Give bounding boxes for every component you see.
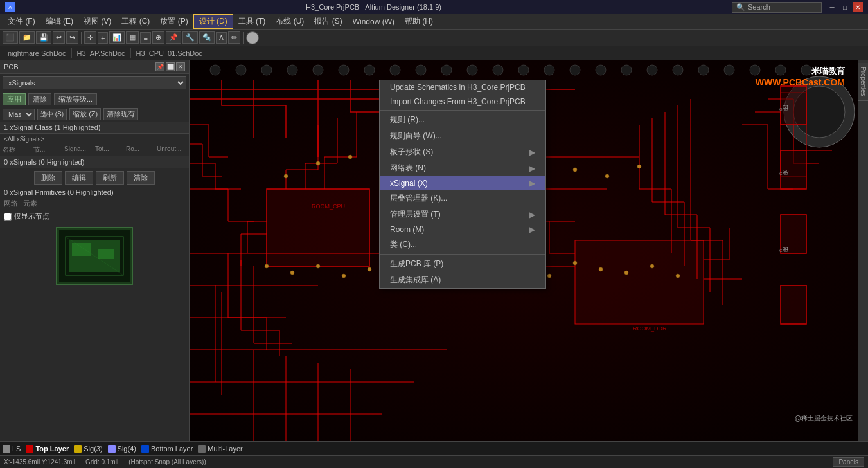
ctx-room[interactable]: Room (M) ▶ bbox=[380, 222, 545, 237]
toolbar-btn-3[interactable]: 💾 bbox=[36, 32, 51, 44]
layer-sig3-dot bbox=[74, 445, 82, 453]
ctx-gen-integrated[interactable]: 生成集成库 (A) bbox=[380, 272, 545, 288]
toolbar-btn-7[interactable]: 🔧 bbox=[182, 32, 198, 44]
toolbar-btn-undo[interactable]: ↩ bbox=[53, 32, 65, 44]
toolbar-btn-5[interactable]: ≡ bbox=[140, 32, 150, 44]
prim-col-net: 网络 bbox=[4, 199, 18, 208]
zoom-btn[interactable]: 缩放 (Z) bbox=[69, 108, 101, 120]
tab-h3cpu01[interactable]: H3_CPU_01.SchDoc bbox=[131, 48, 208, 59]
svg-point-78 bbox=[547, 274, 551, 278]
svg-rect-4 bbox=[98, 249, 114, 259]
watermark-line1: 米喵教育 bbox=[756, 66, 845, 77]
ctx-mgmt-arrow: ▶ bbox=[529, 210, 535, 219]
svg-text:GND: GND bbox=[779, 107, 788, 111]
mask-select[interactable]: Mask bbox=[3, 109, 35, 120]
xsignals-dropdown[interactable]: xSignals bbox=[3, 76, 186, 89]
apply-button[interactable]: 应用 bbox=[3, 93, 26, 105]
col-unrouted: Unrout... bbox=[157, 145, 186, 154]
svg-point-55 bbox=[284, 174, 288, 178]
panel-float-btn[interactable]: ⬜ bbox=[166, 62, 175, 71]
clear-current-btn[interactable]: 清除现有 bbox=[103, 108, 138, 120]
ctx-netlist[interactable]: 网络表 (N) ▶ bbox=[380, 160, 545, 176]
tab-nightmare[interactable]: nightmare.SchDoc bbox=[3, 48, 72, 59]
edit-button[interactable]: 编辑 bbox=[65, 171, 93, 184]
menu-design[interactable]: 设计 (D) bbox=[193, 14, 233, 29]
toolbar-btn-cross[interactable]: ✛ bbox=[84, 32, 96, 44]
toolbar-btn-8[interactable]: 🔩 bbox=[199, 32, 215, 44]
layer-sig4[interactable]: Sig(4) bbox=[108, 445, 136, 453]
ctx-board-shape[interactable]: 板子形状 (S) ▶ bbox=[380, 144, 545, 160]
svg-text:ROOM_CPU: ROOM_CPU bbox=[312, 203, 345, 210]
pcb-thumbnail bbox=[56, 227, 133, 285]
layer-ls[interactable]: LS bbox=[3, 445, 21, 453]
menu-place[interactable]: 放置 (P) bbox=[155, 15, 193, 28]
panels-label[interactable]: Panels bbox=[833, 457, 864, 467]
menu-route[interactable]: 布线 (U) bbox=[270, 15, 309, 28]
right-panel: Properties bbox=[858, 60, 868, 441]
toolbar-btn-circle[interactable] bbox=[246, 32, 259, 44]
svg-point-9 bbox=[261, 65, 272, 75]
toolbar-btn-redo[interactable]: ↪ bbox=[66, 32, 78, 44]
clear-button[interactable]: 清除 bbox=[28, 93, 51, 105]
svg-point-79 bbox=[573, 261, 577, 265]
select-btn[interactable]: 选中 (S) bbox=[37, 109, 67, 120]
panel-title: PCB bbox=[4, 63, 19, 71]
minimize-button[interactable]: ─ bbox=[827, 2, 837, 12]
toolbar-btn-add[interactable]: + bbox=[98, 32, 108, 44]
ctx-gen-pcb-lib[interactable]: 生成PCB 库 (P) bbox=[380, 256, 545, 272]
layer-sig4-label: Sig(4) bbox=[118, 445, 136, 453]
ctx-layer-stack[interactable]: 层叠管理器 (K)... bbox=[380, 190, 545, 206]
svg-point-81 bbox=[624, 271, 628, 274]
menu-help[interactable]: 帮助 (H) bbox=[400, 15, 438, 28]
ctx-import-changes[interactable]: Import Changes From H3_Core.PrjPCB bbox=[380, 94, 545, 109]
delete-button[interactable]: 删除 bbox=[34, 171, 62, 184]
menu-bar: 文件 (F) 编辑 (E) 视图 (V) 工程 (C) 放置 (P) 设计 (D… bbox=[0, 14, 868, 30]
pcb-canvas[interactable]: ROOM_CPU ROOM_DDR G1 GND G0 GND G1 GND U… bbox=[190, 60, 858, 441]
ctx-rules[interactable]: 规则 (R)... bbox=[380, 112, 545, 128]
ctx-classes[interactable]: 类 (C)... bbox=[380, 237, 545, 253]
menu-view[interactable]: 视图 (V) bbox=[78, 15, 116, 28]
menu-window[interactable]: Window (W) bbox=[348, 16, 400, 28]
menu-tools[interactable]: 工具 (T) bbox=[233, 15, 271, 28]
tab-h3ap[interactable]: H3_AP.SchDoc bbox=[72, 48, 131, 59]
menu-file[interactable]: 文件 (F) bbox=[3, 15, 40, 28]
search-box[interactable]: 🔍 Search bbox=[732, 2, 822, 13]
main-area: PCB 📌 ⬜ ✕ xSignals 应用 清除 缩放等级... Mask 选中… bbox=[0, 60, 868, 441]
toolbar-btn-chart[interactable]: 📊 bbox=[109, 32, 125, 44]
shrink-button[interactable]: 缩放等级... bbox=[54, 93, 97, 105]
refresh-button[interactable]: 刷新 bbox=[96, 171, 124, 184]
col-signal: Signa... bbox=[64, 145, 94, 154]
layer-top[interactable]: Top Layer bbox=[26, 445, 69, 453]
toolbar-btn-bar[interactable]: ▦ bbox=[126, 32, 139, 44]
panel-close-btn[interactable]: ✕ bbox=[176, 62, 185, 71]
clear-all-button[interactable]: 清除 bbox=[127, 171, 155, 184]
layer-multi[interactable]: Multi-Layer bbox=[198, 445, 242, 453]
class-section-title: 1 xSignal Class (1 Highlighted) bbox=[0, 122, 189, 134]
layer-bottom[interactable]: Bottom Layer bbox=[141, 445, 193, 453]
toolbar-btn-1[interactable]: ⬛ bbox=[3, 32, 18, 44]
toolbar-btn-A[interactable]: A bbox=[216, 32, 227, 44]
toolbar-btn-6[interactable]: ⊕ bbox=[152, 32, 164, 44]
ctx-update-schematics[interactable]: Update Schematics in H3_Core.PrjPCB bbox=[380, 80, 545, 94]
menu-reports[interactable]: 报告 (S) bbox=[309, 15, 347, 28]
title-bar: A H3_Core.PrjPCB - Altium Designer (18.1… bbox=[0, 0, 868, 14]
toolbar-btn-2[interactable]: 📁 bbox=[19, 32, 35, 44]
ctx-mgmt-settings[interactable]: 管理层设置 (T) ▶ bbox=[380, 206, 545, 222]
show-nodes-checkbox[interactable] bbox=[4, 213, 12, 221]
menu-project[interactable]: 工程 (C) bbox=[116, 15, 155, 28]
menu-edit[interactable]: 编辑 (E) bbox=[40, 15, 78, 28]
toolbar-btn-pencil[interactable]: ✏ bbox=[228, 32, 240, 44]
toolbar-btn-pin[interactable]: 📌 bbox=[166, 32, 181, 44]
svg-point-68 bbox=[290, 271, 294, 274]
properties-tab[interactable]: Properties bbox=[858, 63, 868, 101]
ctx-rules-guide[interactable]: 规则向导 (W)... bbox=[380, 128, 545, 144]
svg-point-64 bbox=[573, 168, 577, 172]
all-signals-item[interactable]: <All xSignals> bbox=[0, 134, 189, 144]
svg-rect-40 bbox=[267, 189, 369, 266]
ctx-xsignal[interactable]: xSignal (X) ▶ bbox=[380, 176, 545, 190]
ctx-separator-2 bbox=[380, 254, 545, 255]
maximize-button[interactable]: □ bbox=[840, 2, 850, 12]
close-button[interactable]: ✕ bbox=[853, 2, 863, 12]
panel-pin-btn[interactable]: 📌 bbox=[155, 62, 164, 71]
layer-sig3[interactable]: Sig(3) bbox=[74, 445, 102, 453]
